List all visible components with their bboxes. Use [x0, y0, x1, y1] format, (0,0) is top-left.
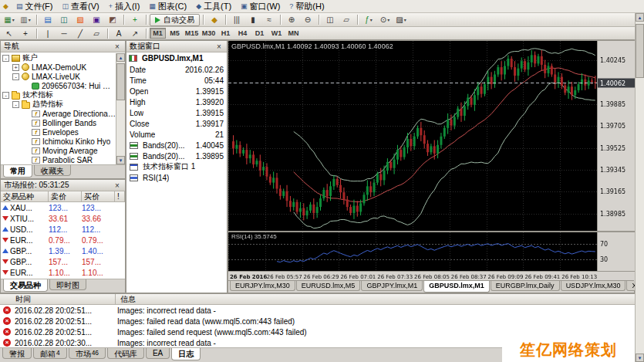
chart-tab-eurjpy-m30[interactable]: EURJPY.lmx,M30	[230, 281, 295, 291]
close-icon[interactable]: ×	[113, 42, 122, 51]
tree-item[interactable]: 2096567034: Hui Gao	[1, 81, 116, 90]
menu-window[interactable]: ▣窗口(W)	[236, 1, 285, 12]
market-watch-row[interactable]: XTIU...33.6133.66	[1, 213, 125, 224]
tree-item[interactable]: fIchimoku Kinko Hyo	[1, 137, 116, 146]
menu-file[interactable]: ▤文件(F)	[12, 1, 58, 12]
scroll-down-icon[interactable]: ▼	[636, 354, 644, 362]
arrow-objects-button[interactable]: ↗	[127, 28, 143, 39]
navigator-tab-common[interactable]: 常用	[3, 165, 32, 178]
chart-tab-eurgbp-daily[interactable]: EURGBP.lmx,Daily	[491, 281, 560, 291]
tree-item[interactable]: fEnvelopes	[1, 127, 116, 137]
chart-bars-button[interactable]: |||	[229, 14, 244, 25]
dw-label: 技术指标窗口 1	[130, 161, 195, 172]
expand-minus-icon[interactable]: -	[12, 101, 19, 108]
tree-item[interactable]: -技术指标	[1, 90, 116, 100]
menu-view[interactable]: ◫查看(V)	[57, 1, 103, 12]
tree-item[interactable]: -趋势指标	[1, 100, 116, 109]
tree-item[interactable]: fAverage Directional Mo	[1, 109, 116, 118]
scroll-up-icon[interactable]: ▲	[636, 13, 644, 22]
navigator-button[interactable]: ▧	[72, 14, 88, 25]
market-watch-row[interactable]: GBP...1.39...1.40...	[1, 245, 125, 256]
chart-candles-button[interactable]: ▮	[245, 14, 261, 25]
menu-help[interactable]: ?帮助(H)	[285, 1, 329, 12]
periods-button[interactable]: ⊙	[377, 14, 393, 25]
expand-minus-icon[interactable]: -	[12, 73, 19, 80]
timeframe-h1[interactable]: H1	[217, 28, 234, 39]
autotrade-button[interactable]: 自动交易	[150, 14, 200, 26]
close-icon[interactable]: ×	[214, 42, 224, 51]
timeframe-h4[interactable]: H4	[234, 28, 251, 39]
timeframe-m1[interactable]: M1	[150, 28, 166, 39]
tile-windows-button[interactable]: ◫	[322, 14, 338, 25]
data-window-button[interactable]: ◫	[56, 14, 72, 25]
metaeditor-button[interactable]: ◆	[207, 14, 222, 25]
text-label-button[interactable]: A	[111, 28, 126, 39]
terminal-tab-market[interactable]: 市场46	[69, 348, 106, 359]
navigator-scrollbar[interactable]: ▲ ▼	[116, 53, 125, 164]
market-watch-tab-tick-chart[interactable]: 即时图	[49, 279, 86, 290]
strategy-tester-button[interactable]: ◩	[105, 14, 120, 25]
menu-charts[interactable]: ▦图表(C)	[144, 1, 191, 12]
market-watch-button[interactable]: ▤	[40, 14, 56, 25]
timeframe-d1[interactable]: D1	[251, 28, 268, 39]
timeframe-m15[interactable]: M15	[184, 28, 200, 39]
indicator-icon: f	[32, 138, 40, 145]
page-scrollbar[interactable]: ▲ ▼	[635, 13, 644, 362]
crosshair-button[interactable]: +	[18, 28, 33, 39]
zoom-in-button[interactable]: ⊕	[284, 14, 299, 25]
timeframe-w1[interactable]: W1	[268, 28, 285, 39]
chart-tab-eurusd-m5[interactable]: EURUSD.lmx,M5	[296, 281, 361, 291]
tree-item[interactable]: fParabolic SAR	[1, 155, 116, 164]
expand-plus-icon[interactable]: +	[12, 64, 19, 71]
market-watch-row[interactable]: XAU...123...123...	[1, 202, 125, 213]
expand-minus-icon[interactable]: -	[2, 55, 9, 62]
chart-tab-bar: EURJPY.lmx,M30EURUSD.lmx,M5GBPJPY.lmx,M1…	[228, 280, 634, 293]
timeframe-m30[interactable]: M30	[201, 28, 217, 39]
terminal-tab-journal[interactable]: 日志	[171, 348, 201, 360]
tree-item[interactable]: fBollinger Bands	[1, 118, 116, 127]
profiles-button[interactable]: ▥	[18, 14, 33, 25]
scroll-thumb[interactable]	[636, 24, 644, 78]
chart-tab-gbpusd-m1[interactable]: GBPUSD.lmx,M1	[423, 281, 490, 293]
symbol-cell: USD...	[1, 225, 49, 234]
indicators-button[interactable]: ƒ	[361, 14, 376, 25]
equidistant-channel-button[interactable]: ▱	[89, 28, 104, 39]
price-chart[interactable]	[228, 41, 636, 282]
market-watch-row[interactable]: EUR...1.10...1.10...	[1, 267, 125, 278]
zoom-out-button[interactable]: ⊖	[300, 14, 315, 25]
new-order-button[interactable]: +	[127, 14, 143, 25]
menu-insert[interactable]: +插入(I)	[104, 1, 145, 12]
menu-tools[interactable]: ◆工具(T)	[191, 1, 236, 12]
market-watch-row[interactable]: USD...112...112...	[1, 224, 125, 235]
scroll-up-icon[interactable]: ▲	[116, 53, 125, 62]
templates-button[interactable]: ▨	[393, 14, 409, 25]
new-chart-button[interactable]: ▦	[2, 14, 17, 25]
chart-tab-usdjpy-m30[interactable]: USDJPY.lmx,M30	[561, 281, 626, 291]
navigator-tab-favorites[interactable]: 收藏夹	[34, 165, 71, 176]
terminal-tab-code-base[interactable]: 代码库	[107, 348, 144, 359]
cursor-button[interactable]: ↖	[2, 28, 17, 39]
terminal-button[interactable]: ▣	[89, 14, 104, 25]
cascade-windows-button[interactable]: ▱	[339, 14, 354, 25]
market-watch-row[interactable]: EUR...0.79...0.79...	[1, 235, 125, 245]
tree-item[interactable]: fMoving Average	[1, 146, 116, 155]
tree-item[interactable]: -LMAX-LiveUK	[1, 72, 116, 81]
terminal-tab-mailbox[interactable]: 邮箱4	[33, 348, 67, 359]
scroll-down-icon[interactable]: ▼	[116, 156, 125, 164]
timeframe-mn[interactable]: MN	[285, 28, 302, 39]
terminal-tab-experts[interactable]: EA	[146, 348, 170, 359]
timeframe-m5[interactable]: M5	[167, 28, 183, 39]
market-watch-row[interactable]: GBP...157...157...	[1, 256, 125, 267]
market-watch-tab-symbols[interactable]: 交易品种	[3, 279, 48, 292]
close-icon[interactable]: ×	[113, 181, 122, 190]
scroll-thumb[interactable]	[116, 63, 125, 100]
trendline-button[interactable]: ╱	[72, 28, 88, 39]
tree-item[interactable]: -账户	[1, 53, 116, 63]
tree-item[interactable]: +LMAX-DemoUK	[1, 63, 116, 72]
chart-tab-gbpjpy-m1[interactable]: GBPJPY.lmx,M1	[361, 281, 423, 291]
horizontal-line-button[interactable]: ─	[56, 28, 72, 39]
vertical-line-button[interactable]: ∣	[40, 28, 56, 39]
chart-line-button[interactable]: ≈	[261, 14, 277, 25]
expand-minus-icon[interactable]: -	[2, 92, 9, 99]
terminal-tab-alerts[interactable]: 警报	[2, 348, 32, 359]
